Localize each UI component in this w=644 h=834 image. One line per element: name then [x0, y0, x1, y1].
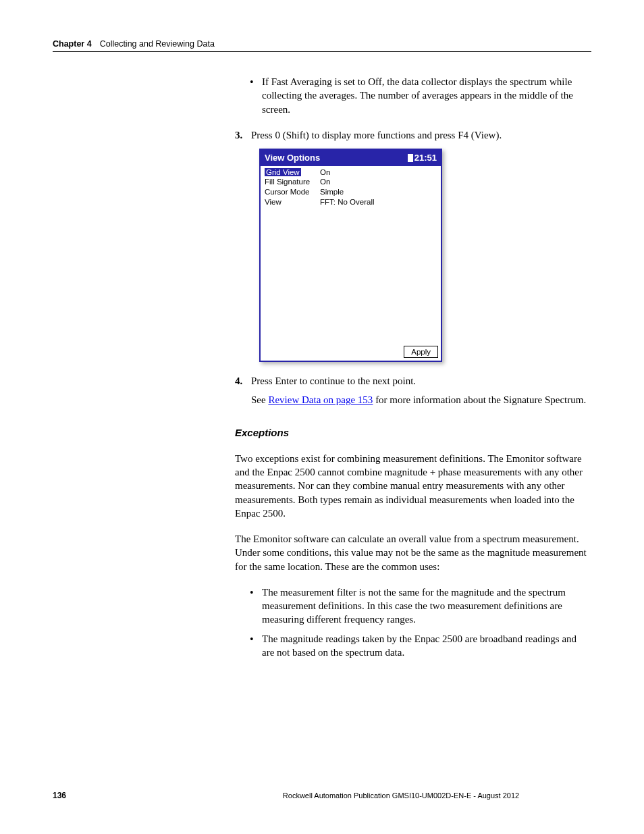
- device-titlebar: View Options 21:51: [261, 150, 441, 166]
- page-footer: 136 Rockwell Automation Publication GMSI…: [53, 791, 591, 800]
- list-item: The magnitude readings taken by the Enpa…: [262, 632, 591, 660]
- device-row-value: On: [320, 177, 330, 187]
- exceptions-bullet-list: The measurement filter is not the same f…: [235, 585, 591, 659]
- text-pre: See: [251, 394, 268, 405]
- list-item: If Fast Averaging is set to Off, the dat…: [262, 75, 591, 116]
- device-time: 21:51: [414, 152, 437, 164]
- device-time-area: 21:51: [408, 152, 437, 164]
- main-content: If Fast Averaging is set to Off, the dat…: [235, 75, 591, 659]
- device-row-label: Cursor Mode: [265, 187, 320, 197]
- page-number: 136: [53, 791, 211, 800]
- step-text: Press 0 (Shift) to display more function…: [251, 130, 502, 140]
- header-rule: [53, 51, 591, 52]
- body-paragraph: Two exceptions exist for combining measu…: [235, 452, 591, 520]
- device-row[interactable]: Fill Signature On: [265, 177, 437, 187]
- text-post: for more information about the Signature…: [373, 394, 586, 405]
- step-4: 4.Press Enter to continue to the next po…: [235, 374, 591, 407]
- body-paragraph: The Emonitor software can calculate an o…: [235, 532, 591, 573]
- step-number: 4.: [235, 374, 251, 388]
- step-number: 3.: [235, 128, 251, 142]
- page-header: Chapter 4 Collecting and Reviewing Data: [53, 39, 591, 49]
- device-row-label: Fill Signature: [265, 177, 320, 187]
- review-data-link[interactable]: Review Data on page 153: [268, 394, 373, 405]
- chapter-title: Collecting and Reviewing Data: [100, 39, 215, 49]
- device-row[interactable]: Grid View On: [265, 167, 437, 178]
- device-row-value: FFT: No Overall: [320, 197, 375, 207]
- device-row-value: On: [320, 167, 330, 178]
- device-row-label: View: [265, 197, 320, 207]
- step-text: Press Enter to continue to the next poin…: [251, 375, 416, 386]
- publication-info: Rockwell Automation Publication GMSI10-U…: [211, 791, 591, 800]
- device-screenshot: View Options 21:51 Grid View On Fill Sig…: [259, 149, 591, 362]
- device-row[interactable]: Cursor Mode Simple: [265, 187, 437, 197]
- device-screen: View Options 21:51 Grid View On Fill Sig…: [259, 149, 442, 362]
- apply-button[interactable]: Apply: [404, 346, 438, 358]
- exceptions-heading: Exceptions: [235, 426, 591, 440]
- chapter-label: Chapter 4: [53, 39, 92, 49]
- step-3: 3.Press 0 (Shift) to display more functi…: [235, 128, 591, 362]
- device-title: View Options: [265, 152, 320, 164]
- device-row-value: Simple: [320, 187, 344, 197]
- top-bullet-list: If Fast Averaging is set to Off, the dat…: [235, 75, 591, 116]
- device-row[interactable]: View FFT: No Overall: [265, 197, 437, 207]
- device-row-label: Grid View: [265, 168, 301, 176]
- list-item: The measurement filter is not the same f…: [262, 585, 591, 627]
- battery-icon: [408, 154, 413, 162]
- step-subtext: See Review Data on page 153 for more inf…: [235, 393, 591, 407]
- device-body: Grid View On Fill Signature On Cursor Mo…: [261, 166, 441, 209]
- step-list: 3.Press 0 (Shift) to display more functi…: [235, 128, 591, 407]
